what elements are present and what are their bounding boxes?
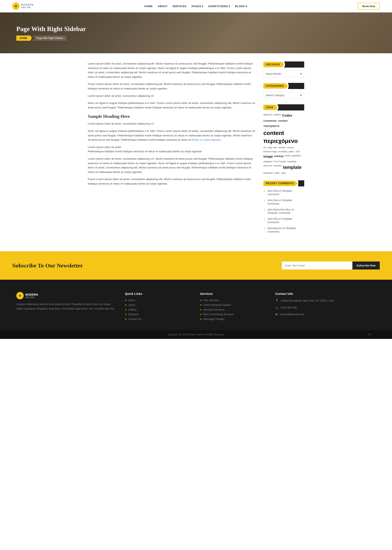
content-link-3[interactable]: fames ac turpis egestas (192, 138, 221, 141)
footer-link-item: ► Services (125, 313, 192, 316)
categories-select[interactable]: Select Category Beauty Grooming Hair Car… (263, 92, 304, 99)
arrow-icon: ► (200, 313, 202, 315)
tag-item[interactable]: Post Formats (274, 160, 286, 163)
footer-service-item: ► Hair Services (200, 299, 267, 302)
nav-about[interactable]: ABOUT (158, 5, 168, 8)
main-container: Lorem ipsum dolor sit amet, consectetur … (84, 62, 308, 239)
tag-item[interactable]: template (283, 164, 301, 171)
location-icon: 📍 (275, 299, 279, 302)
title-bar (288, 83, 304, 89)
footer-email: myemail@email.com (280, 312, 304, 316)
phone-icon: 📞 (275, 306, 279, 309)
content-para-6: Nunc vel ligula in augue tristique pelle… (88, 129, 255, 142)
tag-item[interactable]: captions (273, 113, 281, 118)
nav-blogs[interactable]: BLOGS ▾ (235, 5, 247, 8)
footer-quick-link[interactable]: Contact Us (128, 317, 141, 320)
newsletter-title: Subscribe To Our Newsletter (12, 262, 276, 269)
footer-contact-title: Contact Info (275, 292, 376, 295)
hero-section: Page With Right Sidebar HOME Page With R… (0, 13, 392, 53)
footer-address-item: 📍 6 West Broadway, New York, NY 10012, U… (275, 299, 376, 303)
content-link-2[interactable]: elit (151, 122, 154, 125)
tag-item[interactable]: pingbacks (263, 160, 273, 163)
footer-quick-link[interactable]: Home (128, 299, 135, 302)
comments-list: ► Jane Doe on Template: Comments► John D… (263, 189, 304, 233)
sidebar: ARCHIVES Select Month January 2024 Febru… (263, 62, 304, 239)
footer-service-link[interactable]: Skincare Services (203, 308, 224, 311)
comment-text: John Doe on Template: Comments (267, 199, 304, 206)
book-now-button[interactable]: Book Now (358, 3, 380, 10)
tag-item[interactable]: css (263, 146, 266, 149)
tag-item[interactable]: pagination (292, 154, 301, 159)
footer-service-link[interactable]: Men's Grooming Services (203, 313, 234, 316)
content-link-4[interactable]: elit (151, 157, 154, 160)
tag-item[interactable]: formatting (278, 150, 287, 153)
breadcrumb-home[interactable]: HOME (16, 35, 32, 41)
content-area: Lorem ipsum dolor sit amet, consectetur … (88, 62, 255, 239)
archives-select[interactable]: Select Month January 2024 February 2024 … (263, 70, 304, 77)
page-title: Page With Right Sidebar (16, 25, 376, 33)
footer-col-links: Quick Links ► Home► About► Gallery► Serv… (125, 292, 192, 322)
footer-quick-links-title: Quick Links (125, 292, 192, 295)
footer-quick-link[interactable]: About (128, 303, 135, 306)
arrow-icon: ► (200, 299, 202, 301)
nav-logo[interactable]: M MODERN SALON (12, 2, 34, 10)
tag-item[interactable]: read more (263, 164, 273, 171)
nav-home[interactable]: HOME (144, 5, 153, 8)
tag-item[interactable]: περιεχόμενο (263, 124, 279, 128)
footer-bottom-wrapper: Copyright @ 2024 Modern Salon All Right … (16, 330, 376, 339)
content-link-1[interactable]: elit (151, 94, 154, 97)
footer-logo-icon: M (16, 292, 24, 299)
content-para-9: Fusce Lorem ipsum dolor sit amet, consec… (88, 177, 255, 186)
tag-item[interactable]: featured image (263, 150, 277, 153)
hero-content: Page With Right Sidebar HOME Page With R… (16, 25, 376, 41)
tag-item[interactable]: image (263, 154, 273, 159)
footer-quick-links-list: ► Home► About► Gallery► Services► Contac… (125, 299, 192, 320)
tag-item[interactable]: excerpt (287, 146, 294, 149)
arrow-icon: ► (125, 313, 127, 315)
main-nav: M MODERN SALON HOME ABOUT SERVICES PAGES… (0, 0, 392, 13)
comment-text: themedemos on Template: Comments (267, 227, 304, 234)
logo-text: MODERN SALON (21, 3, 34, 9)
logo-icon: M (12, 2, 20, 10)
nav-services[interactable]: SERVICES (173, 5, 187, 8)
footer-service-link[interactable]: Online Booking System (203, 303, 231, 306)
footer-service-item: ► Massage Therapy (200, 317, 267, 320)
email-icon: ✉ (275, 313, 278, 316)
tag-item[interactable]: markup (274, 154, 284, 159)
tag-item[interactable]: content περιεχόμενο (263, 129, 304, 145)
content-para-2: Fusce Lorem ipsum dolor sit amet, consec… (88, 82, 255, 91)
footer-service-link[interactable]: Massage Therapy (203, 317, 224, 320)
tag-item[interactable]: video (281, 172, 286, 174)
footer-service-link[interactable]: Hair Services (203, 299, 219, 302)
breadcrumb-current: Page With Right Sidebar (32, 35, 66, 41)
tag-item[interactable]: gallery (288, 150, 294, 153)
tag-item[interactable]: standard (274, 164, 282, 171)
tag-item[interactable]: alignment (263, 113, 272, 118)
content-heading: Sample Heading Here (88, 114, 255, 119)
tag-item[interactable]: comments (263, 119, 277, 123)
tag-item[interactable]: content (278, 119, 287, 123)
arrow-icon: ► (125, 318, 127, 320)
arrow-icon: ► (125, 299, 127, 301)
tag-item[interactable]: html (296, 150, 300, 153)
footer-quick-link[interactable]: Gallery (128, 308, 137, 311)
tag-item[interactable]: embeds (278, 146, 286, 149)
tag-item[interactable]: media (285, 154, 290, 159)
arrow-icon: ► (200, 308, 202, 311)
subscribe-button[interactable]: Subscribe Now (352, 262, 380, 270)
footer-quick-link[interactable]: Services (128, 313, 138, 316)
footer-logo: M MODERN SALON (16, 292, 117, 299)
chevron-down-icon: ▾ (246, 5, 247, 8)
tag-item[interactable]: readability (287, 160, 297, 163)
tag-item[interactable]: Codex (282, 113, 292, 118)
tag-item[interactable]: trackbacks (263, 172, 273, 174)
newsletter-email-input[interactable] (282, 262, 352, 270)
title-bar (298, 180, 304, 186)
recent-comments-title: RECENT COMMENTS (263, 180, 304, 186)
nav-shortcodes[interactable]: SHORTCODES ▾ (208, 5, 230, 8)
tag-item[interactable]: edge case (268, 146, 277, 149)
tag-item[interactable]: twitter (274, 172, 280, 174)
footer-service-item: ► Skincare Services (200, 308, 267, 311)
nav-pages[interactable]: PAGES ▾ (191, 5, 203, 8)
tags-title: TAGS (263, 104, 304, 111)
